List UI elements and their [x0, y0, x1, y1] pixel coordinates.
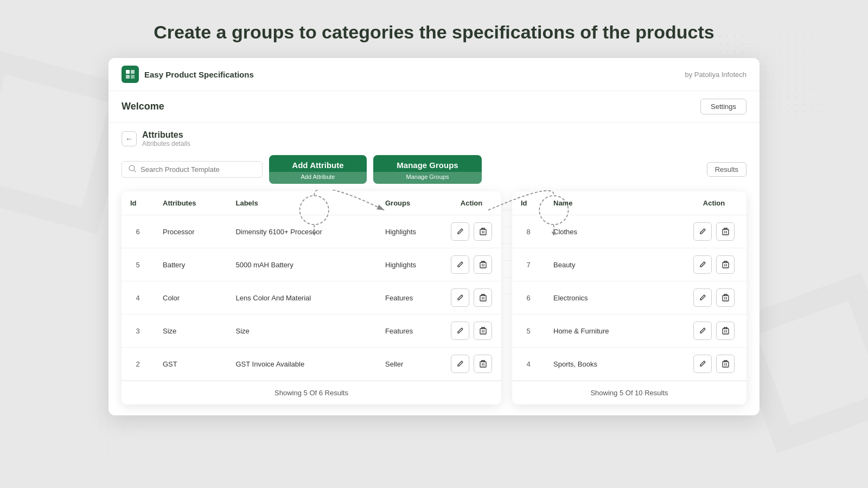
group-delete-button-1[interactable] — [716, 255, 735, 274]
group-delete-button-4[interactable] — [716, 355, 735, 373]
delete-button-2[interactable] — [474, 288, 492, 307]
svg-rect-36 — [723, 229, 729, 235]
svg-rect-1 — [131, 70, 135, 74]
table-row: 8Clothes — [512, 215, 746, 248]
groups-col-header: Id — [512, 191, 545, 215]
attr-col-header: Action — [442, 191, 501, 215]
table-row: 4ColorLens Color And MaterialFeatures — [122, 281, 501, 314]
breadcrumb-sub: Attributes details — [142, 140, 190, 147]
svg-rect-42 — [723, 262, 729, 268]
action-btns — [450, 255, 493, 274]
search-wrap — [122, 161, 263, 178]
table-row: 5Battery5000 mAH BatteryHighlights — [122, 248, 501, 281]
edit-button-0[interactable] — [451, 222, 469, 241]
delete-button-0[interactable] — [474, 222, 492, 241]
welcome-bar: Welcome Settings — [108, 91, 760, 123]
app-container: Easy Product Specifications by Patoliya … — [108, 58, 760, 415]
action-btns — [450, 222, 493, 241]
app-logo: Easy Product Specifications — [122, 66, 254, 83]
action-btns — [450, 322, 493, 340]
action-btns — [690, 288, 738, 307]
edit-button-1[interactable] — [451, 255, 469, 274]
svg-line-5 — [134, 170, 136, 172]
app-name-label: Easy Product Specifications — [144, 70, 254, 79]
manage-groups-sub: Manage Groups — [373, 172, 482, 184]
back-icon: ← — [125, 134, 133, 143]
back-button[interactable]: ← — [122, 131, 137, 146]
attributes-panel: IdAttributesLabelsGroupsAction 6Processo… — [122, 191, 501, 404]
panels-wrapper: IdAttributesLabelsGroupsAction 6Processo… — [122, 191, 746, 404]
group-delete-button-2[interactable] — [716, 288, 735, 307]
delete-button-4[interactable] — [474, 355, 492, 373]
svg-rect-24 — [480, 329, 486, 334]
action-btns — [690, 222, 738, 241]
groups-col-header: Name — [545, 191, 681, 215]
attr-col-header: Attributes — [154, 191, 227, 215]
svg-rect-3 — [131, 75, 135, 79]
group-edit-button-0[interactable] — [693, 222, 712, 241]
svg-rect-30 — [480, 362, 486, 367]
breadcrumb-info: Attributes Attributes details — [142, 130, 190, 147]
main-content: IdAttributesLabelsGroupsAction 6Processo… — [108, 191, 760, 415]
app-by-label: by Patoliya Infotech — [685, 70, 746, 79]
manage-groups-label: Manage Groups — [373, 155, 482, 172]
action-btns — [690, 355, 738, 373]
attr-col-header: Labels — [227, 191, 376, 215]
group-delete-button-0[interactable] — [716, 222, 735, 241]
settings-button[interactable]: Settings — [700, 99, 746, 114]
add-attribute-button[interactable]: Add Attribute Add Attribute — [269, 155, 367, 184]
table-row: 5Home & Furniture — [512, 314, 746, 348]
toolbar-row: Add Attribute Add Attribute Manage Group… — [108, 147, 760, 191]
action-btns — [450, 288, 493, 307]
logo-icon — [122, 66, 139, 83]
search-icon — [129, 165, 136, 174]
add-attribute-label: Add Attribute — [269, 155, 367, 172]
edit-button-3[interactable] — [451, 322, 469, 340]
group-edit-button-3[interactable] — [693, 322, 712, 340]
results-badge: Results — [707, 162, 746, 177]
groups-panel: IdNameAction 8Clothes 7Bea — [512, 191, 746, 404]
action-btns — [690, 255, 738, 274]
welcome-text: Welcome — [122, 101, 164, 112]
attr-col-header: Id — [122, 191, 154, 215]
group-edit-button-2[interactable] — [693, 288, 712, 307]
edit-button-4[interactable] — [451, 355, 469, 373]
delete-button-1[interactable] — [474, 255, 492, 274]
manage-groups-button[interactable]: Manage Groups Manage Groups — [373, 155, 482, 184]
add-attribute-sub: Add Attribute — [269, 172, 367, 184]
svg-rect-18 — [480, 296, 486, 301]
svg-rect-2 — [126, 75, 130, 79]
svg-rect-54 — [723, 329, 729, 334]
svg-rect-60 — [723, 362, 729, 367]
group-delete-button-3[interactable] — [716, 322, 735, 340]
attributes-footer: Showing 5 Of 6 Results — [122, 381, 501, 404]
delete-button-3[interactable] — [474, 322, 492, 340]
group-edit-button-4[interactable] — [693, 355, 712, 373]
attr-col-header: Groups — [376, 191, 442, 215]
groups-col-header: Action — [681, 191, 746, 215]
breadcrumb-bar: ← Attributes Attributes details — [108, 123, 760, 147]
edit-button-2[interactable] — [451, 288, 469, 307]
table-row: 7Beauty — [512, 248, 746, 281]
table-row: 6Electronics — [512, 281, 746, 314]
search-input[interactable] — [141, 165, 249, 174]
action-btns — [690, 322, 738, 340]
groups-footer: Showing 5 Of 10 Results — [512, 381, 746, 404]
svg-rect-6 — [480, 229, 486, 235]
breadcrumb-title: Attributes — [142, 130, 190, 140]
table-row: 4Sports, Books — [512, 348, 746, 381]
svg-rect-48 — [723, 296, 729, 301]
page-title: Create a groups to categories the specif… — [0, 0, 868, 58]
group-edit-button-1[interactable] — [693, 255, 712, 274]
svg-rect-12 — [480, 262, 486, 268]
svg-rect-0 — [126, 70, 130, 74]
app-header: Easy Product Specifications by Patoliya … — [108, 58, 760, 91]
action-btns — [450, 355, 493, 373]
table-row: 3SizeSizeFeatures — [122, 314, 501, 348]
table-row: 6ProcessorDimensity 6100+ ProcessorHighl… — [122, 215, 501, 248]
table-row: 2GSTGST Invoice AvailableSeller — [122, 348, 501, 381]
